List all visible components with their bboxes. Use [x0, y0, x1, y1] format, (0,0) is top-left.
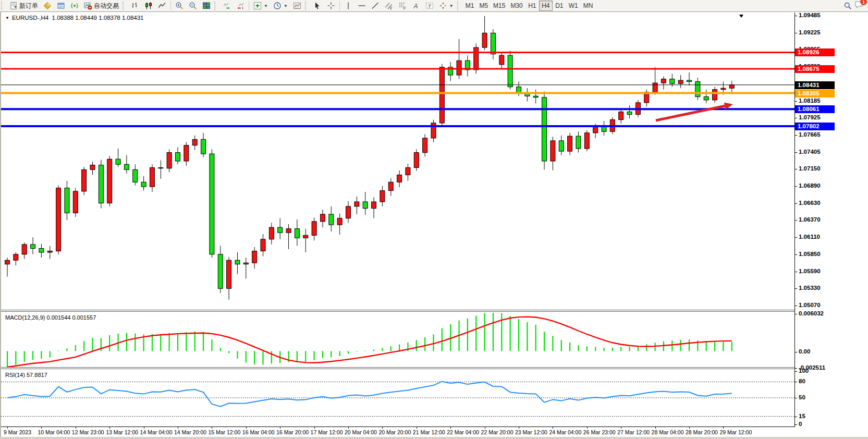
timeframe-d1[interactable]: D1 [553, 1, 566, 11]
timeframe-w1[interactable]: W1 [566, 1, 581, 11]
price-tick: 1.06630 [799, 200, 821, 206]
metaeditor-icon [43, 2, 52, 10]
timeframe-mn[interactable]: MN [581, 1, 596, 11]
time-tick-label: 13 Mar 12:00 [106, 429, 138, 435]
time-tick-label: 28 Mar 04:00 [652, 429, 684, 435]
timeframe-m5[interactable]: M5 [476, 1, 491, 11]
rsi-panel[interactable] [1, 369, 794, 426]
fibonacci-icon: F [398, 2, 407, 10]
toolbar-grip[interactable] [457, 2, 462, 10]
vertical-line-button[interactable] [341, 1, 355, 11]
new-order-label: 新订单 [19, 2, 38, 10]
price-tick: 1.08185 [799, 97, 821, 104]
time-tick-mark [212, 427, 212, 429]
trendline-button[interactable] [369, 1, 382, 11]
vertical-line-icon [344, 2, 352, 10]
timeframe-m1[interactable]: M1 [463, 1, 477, 11]
rsi-axis-label: 80 [799, 378, 805, 384]
price-tick: 1.06370 [799, 216, 821, 223]
time-tick-label: 9 Mar 2023 [4, 429, 31, 435]
zoom-out-icon [189, 2, 197, 10]
terminal-window-icon [57, 2, 65, 10]
text-button[interactable]: A [409, 1, 423, 11]
new-order-icon [9, 2, 18, 10]
new-order-button[interactable]: 新订单 [7, 1, 41, 11]
signal-button[interactable] [68, 1, 81, 11]
fibonacci-button[interactable]: F [396, 1, 409, 11]
line-chart-button[interactable] [155, 1, 169, 11]
toolbar-grip[interactable] [214, 2, 219, 10]
time-tick-mark [689, 427, 690, 429]
svg-text:F: F [404, 7, 406, 10]
periods-button[interactable]: ▼ [271, 1, 290, 11]
time-tick-mark [382, 427, 383, 429]
price-chart[interactable] [1, 13, 794, 310]
time-tick-label: 27 Mar 12:00 [617, 429, 650, 435]
templates-icon [293, 2, 301, 10]
zoom-in-button[interactable] [173, 1, 186, 11]
channel-icon: E [385, 2, 393, 10]
timeframe-m30[interactable]: M30 [508, 1, 525, 11]
periods-icon [273, 2, 282, 10]
chart-window: ▼EURUSD-,H4 1.08388 1.08449 1.08378 1.08… [0, 12, 868, 437]
time-tick-mark [655, 427, 656, 429]
line-chart-icon [158, 2, 166, 10]
price-line-label: 1.08926 [795, 48, 835, 56]
autotrading-button[interactable]: 自动交易 [81, 1, 121, 11]
one-click-trading-toggle-icon[interactable]: ▼ [5, 16, 9, 20]
chart-title-quotes: 1.08388 1.08449 1.08378 1.08431 [52, 15, 144, 21]
search-button[interactable] [841, 1, 854, 11]
toolbar: 新订单 自动交易 ▼ ▼ E F A T ▼ [0, 0, 868, 12]
time-tick-mark [417, 427, 417, 429]
macd-label: MACD(12,26,9) 0.001544 0.001557 [5, 314, 96, 321]
candlestick-icon [144, 2, 153, 10]
time-tick-mark [519, 427, 519, 429]
time-axis[interactable]: 9 Mar 202310 Mar 04:0012 Mar 23:0013 Mar… [1, 426, 795, 437]
time-tick-label: 21 Mar 12:00 [413, 429, 445, 435]
price-line-label: 1.08675 [795, 65, 835, 73]
price-axis[interactable]: 1.094851.092251.089651.087051.084451.081… [794, 13, 868, 426]
time-tick-label: 12 Mar 23:00 [72, 429, 104, 435]
metaeditor-button[interactable] [41, 1, 54, 11]
auto-scroll-button[interactable] [220, 1, 234, 11]
bar-chart-button[interactable] [128, 1, 142, 11]
templates-button[interactable] [290, 1, 304, 11]
time-tick-label: 16 Mar 04:00 [242, 429, 275, 435]
zoom-out-button[interactable] [186, 1, 200, 11]
terminal-button[interactable] [54, 1, 68, 11]
text-icon: A [412, 2, 420, 10]
text-label-icon: T [425, 2, 434, 10]
time-tick-label: 24 Mar 04:00 [549, 429, 581, 435]
time-tick-label: 14 Mar 20:00 [174, 429, 206, 435]
macd-panel[interactable] [1, 312, 794, 368]
notifications-button[interactable]: 1 [854, 0, 864, 11]
toolbar-grip[interactable] [305, 2, 310, 10]
price-tick: 1.05850 [799, 251, 821, 257]
time-tick-label: 22 Mar 04:00 [447, 429, 479, 435]
timeframe-h4[interactable]: H4 [539, 1, 553, 11]
cursor-icon [313, 2, 322, 10]
timeframe-h1[interactable]: H1 [525, 1, 539, 11]
timeframe-m15[interactable]: M15 [491, 1, 508, 11]
time-tick-label: 15 Mar 12:00 [208, 429, 240, 435]
chart-shift-button[interactable] [234, 1, 247, 11]
rsi-axis-label: 50 [799, 394, 805, 400]
tile-windows-button[interactable] [200, 1, 213, 11]
time-tick-mark [450, 427, 451, 429]
price-tick: 1.07665 [799, 131, 821, 138]
crosshair-button[interactable] [324, 1, 338, 11]
arrows-button[interactable]: ▼ [436, 1, 456, 11]
price-tick: 1.06890 [799, 182, 821, 189]
price-line-label: 1.07802 [795, 123, 835, 130]
horizontal-line-button[interactable] [355, 1, 369, 11]
time-tick-mark [348, 427, 349, 429]
toolbar-grip[interactable] [1, 2, 6, 10]
candlestick-button[interactable] [142, 1, 155, 11]
indicators-button[interactable]: ▼ [251, 1, 271, 11]
price-tick: 1.05070 [799, 302, 821, 308]
channel-button[interactable]: E [382, 1, 396, 11]
time-tick-mark [246, 427, 247, 429]
text-label-button[interactable]: T [423, 1, 436, 11]
cursor-button[interactable] [311, 1, 324, 11]
toolbar-grip[interactable] [123, 2, 127, 10]
